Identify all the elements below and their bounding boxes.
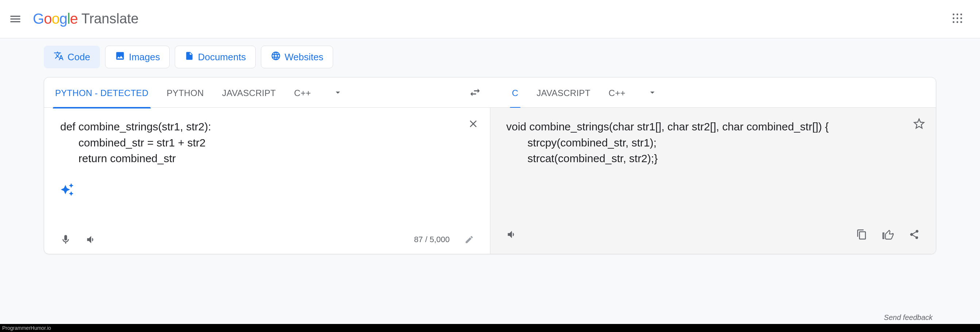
google-translate-logo: Google Translate bbox=[33, 11, 138, 27]
watermark-text: ProgrammerHumor.io bbox=[2, 325, 51, 331]
target-text-output: void combine_strings(char str1[], char s… bbox=[506, 119, 920, 166]
share-icon[interactable] bbox=[909, 229, 920, 240]
work-area: Code Images Documents Websites PYTHON - … bbox=[0, 38, 980, 324]
svg-point-7 bbox=[957, 21, 958, 23]
tgt-lang-more-chevron-icon[interactable] bbox=[647, 87, 657, 97]
top-bar: Google Translate bbox=[0, 0, 980, 38]
edit-pencil-icon[interactable] bbox=[465, 235, 474, 244]
mode-tab-label: Images bbox=[129, 51, 160, 63]
svg-point-4 bbox=[957, 18, 958, 19]
mode-tab-code[interactable]: Code bbox=[44, 46, 100, 68]
svg-point-2 bbox=[960, 13, 962, 15]
mode-tab-label: Documents bbox=[198, 51, 246, 63]
save-star-icon[interactable] bbox=[913, 118, 925, 130]
app-name: Translate bbox=[81, 11, 138, 27]
source-lang-tabs: PYTHON - DETECTED PYTHON JAVASCRIPT C++ bbox=[44, 79, 479, 105]
tgt-lang-c[interactable]: C bbox=[512, 79, 519, 105]
target-pane: void combine_strings(char str1[], char s… bbox=[490, 108, 936, 254]
clear-input-icon[interactable] bbox=[468, 118, 479, 130]
svg-point-8 bbox=[960, 21, 962, 23]
mode-tab-documents[interactable]: Documents bbox=[175, 46, 256, 68]
listen-target-icon[interactable] bbox=[506, 229, 517, 240]
mode-tabs: Code Images Documents Websites bbox=[44, 46, 936, 68]
source-text-input[interactable]: def combine_strings(str1, str2): combine… bbox=[60, 119, 474, 166]
copy-icon[interactable] bbox=[856, 229, 867, 240]
svg-point-5 bbox=[960, 18, 962, 19]
src-lang-detected[interactable]: PYTHON - DETECTED bbox=[55, 79, 148, 105]
menu-icon[interactable] bbox=[9, 13, 22, 26]
apps-grid-icon[interactable] bbox=[951, 12, 964, 25]
src-lang-python[interactable]: PYTHON bbox=[167, 79, 204, 105]
svg-point-3 bbox=[953, 18, 955, 19]
tgt-lang-javascript[interactable]: JAVASCRIPT bbox=[537, 79, 590, 105]
tgt-lang-cpp[interactable]: C++ bbox=[609, 79, 625, 105]
google-wordmark: Google bbox=[33, 11, 78, 27]
src-lang-more-chevron-icon[interactable] bbox=[333, 87, 343, 97]
mode-tab-label: Websites bbox=[285, 51, 323, 63]
document-icon bbox=[185, 51, 194, 63]
globe-icon bbox=[271, 51, 281, 64]
translate-card: PYTHON - DETECTED PYTHON JAVASCRIPT C++ … bbox=[44, 77, 936, 254]
listen-source-icon[interactable] bbox=[86, 234, 97, 245]
svg-point-1 bbox=[957, 13, 958, 15]
src-lang-cpp[interactable]: C++ bbox=[294, 79, 311, 105]
mode-tab-websites[interactable]: Websites bbox=[261, 46, 333, 68]
watermark-bar: ProgrammerHumor.io bbox=[0, 324, 980, 332]
svg-point-0 bbox=[953, 13, 955, 15]
target-lang-tabs: C JAVASCRIPT C++ bbox=[479, 79, 936, 105]
target-footer bbox=[506, 228, 920, 241]
source-pane: def combine_strings(str1, str2): combine… bbox=[44, 108, 490, 254]
send-feedback-link[interactable]: Send feedback bbox=[884, 313, 932, 322]
rate-translation-icon[interactable] bbox=[882, 228, 894, 241]
translate-icon bbox=[54, 51, 64, 64]
translate-body: def combine_strings(str1, str2): combine… bbox=[44, 107, 936, 254]
source-footer: 87 / 5,000 bbox=[60, 234, 474, 245]
swap-languages-icon[interactable] bbox=[469, 86, 481, 99]
image-icon bbox=[115, 51, 125, 64]
mode-tab-label: Code bbox=[67, 51, 90, 63]
mode-tab-images[interactable]: Images bbox=[105, 46, 170, 68]
src-lang-javascript[interactable]: JAVASCRIPT bbox=[222, 79, 276, 105]
sparkle-icon[interactable] bbox=[60, 183, 474, 198]
mic-icon[interactable] bbox=[60, 234, 71, 245]
svg-point-6 bbox=[953, 21, 955, 23]
char-count: 87 / 5,000 bbox=[414, 235, 450, 244]
language-row: PYTHON - DETECTED PYTHON JAVASCRIPT C++ … bbox=[44, 77, 936, 107]
